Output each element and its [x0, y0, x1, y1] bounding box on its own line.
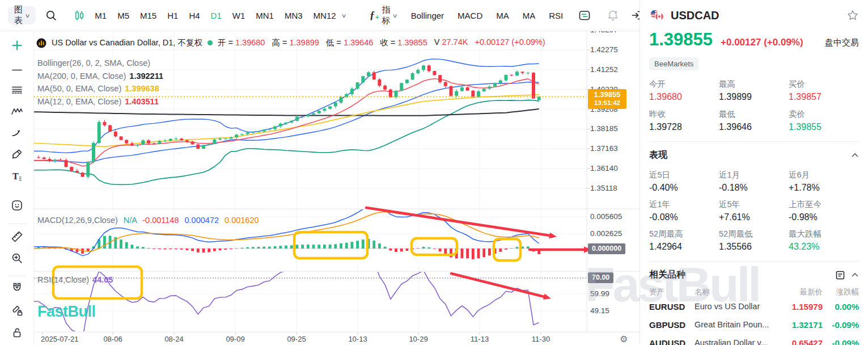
indicator-shortcut-ma-2[interactable]: MA — [496, 11, 509, 20]
performance-cell: 上市至今-0.98% — [789, 199, 859, 223]
divider — [649, 261, 859, 262]
pattern-tool-icon[interactable] — [10, 104, 24, 119]
timeframes-more-chevron-icon[interactable]: ∨ — [341, 12, 346, 19]
price-axis-label: 1.36140 — [590, 164, 618, 172]
ohlc-field: 低 = 1.39646 — [326, 37, 373, 48]
quote-sidebar: USDCAD 1.39855 +0.00127 (+0.09%) 盘中交易 Be… — [640, 0, 868, 345]
indicator-shortcut-rsi[interactable]: RSI — [549, 11, 563, 20]
top-toolbar: 图表∨ M1M5M15H1H4D1W1MN1MN3MN12 ∨ ƒ+ 指标∨ B… — [0, 0, 640, 31]
time-axis-label: 10-13 — [348, 335, 367, 343]
rsi-axis-label: 49.15 — [590, 306, 609, 315]
lock-tool-icon[interactable] — [10, 325, 24, 340]
related-column-header: 资产 — [649, 287, 695, 297]
timeframe-m15[interactable]: M15 — [140, 11, 156, 20]
related-symbol-row-audusd[interactable]: AUDUSDAustralian Dollar v...0.65427-0.09… — [649, 334, 859, 345]
search-button[interactable] — [45, 6, 57, 25]
timeframe-mn1[interactable]: MN1 — [256, 11, 274, 20]
performance-cell: 52周最高1.42964 — [649, 229, 719, 253]
price-axis-label: 1.38185 — [590, 124, 618, 133]
related-column-header: 涨跌幅 — [823, 287, 859, 297]
status-dot — [208, 40, 213, 45]
performance-cell: 52周最低1.35566 — [719, 229, 789, 253]
gear-icon[interactable]: ⚙ — [620, 334, 628, 344]
performance-cell: 近5年+7.61% — [719, 199, 789, 223]
quote-cell: 卖价1.39855 — [789, 109, 859, 133]
symbol-title: USDCAD — [671, 9, 846, 22]
fastbull-logo-watermark: FastBull — [37, 303, 96, 321]
legend-rsi: RSI(14,Close)44.05 — [37, 275, 113, 284]
list-icon[interactable] — [835, 270, 845, 280]
search-icon — [45, 9, 57, 22]
time-axis-label: 09-25 — [287, 335, 306, 343]
ruler-tool-icon[interactable] — [10, 229, 24, 244]
indicator-shortcut-bollinger[interactable]: Bollinger — [411, 11, 444, 20]
quote-cell: 买价1.39857 — [789, 79, 859, 103]
paint-lock-tool-icon[interactable] — [10, 303, 24, 318]
emoji-sticker-tool-icon[interactable] — [10, 198, 24, 213]
time-axis-label: 08-06 — [103, 335, 122, 343]
alert-bell-icon — [606, 9, 620, 22]
related-symbol-row-eurusd[interactable]: EURUSDEuro vs US Dollar1.159790.00% — [649, 297, 859, 315]
time-axis-label: 09-09 — [226, 335, 244, 343]
related-title: 相关品种 — [649, 269, 685, 281]
performance-cell: 近5日-0.40% — [649, 170, 719, 193]
alert-bell-button[interactable] — [606, 6, 620, 25]
trend-line-tool-icon[interactable] — [10, 61, 24, 76]
time-axis-label: 08-24 — [164, 335, 183, 343]
timeframe-mn12[interactable]: MN12 — [314, 11, 336, 20]
svg-text:T: T — [12, 171, 19, 181]
chevron-down-icon: ∨ — [25, 12, 31, 19]
timeframe-mn3[interactable]: MN3 — [285, 11, 303, 20]
ohlc-field: 收 = 1.39855 — [380, 37, 427, 48]
last-price: 1.39855 — [649, 30, 713, 50]
zoom-in-tool-icon[interactable] — [10, 251, 24, 266]
text-tool-icon[interactable]: T — [10, 169, 24, 183]
macd-axis-label: 0.002625 — [590, 229, 622, 238]
legend-ma12: MA(12, 0, EMA, Close)1.403511 — [37, 97, 159, 106]
performance-cell: 近1年-0.08% — [649, 199, 719, 223]
legend-macd: MACD(12,26,9,Close) N/A -0.001148 0.0004… — [37, 216, 259, 225]
chevron-up-icon[interactable] — [851, 153, 859, 158]
legend-ma50: MA(50, 0, EMA, Close)1.399638 — [37, 84, 159, 93]
price-axis-label: 1.35118 — [590, 184, 617, 192]
crosshair-plus-tool-icon[interactable] — [10, 38, 24, 53]
chart-menu-button[interactable]: 图表∨ — [8, 6, 36, 24]
performance-cell: 近6月+1.78% — [789, 170, 859, 193]
candle-style-button[interactable] — [73, 6, 86, 25]
indicator-shortcut-macd[interactable]: MACD — [458, 11, 482, 20]
broker-badge: BeeMarkets — [649, 57, 698, 70]
layout-panels-button[interactable] — [578, 6, 591, 25]
magnet-tool-icon[interactable] — [10, 280, 24, 295]
quote-cell: 最高1.39899 — [719, 79, 789, 103]
chevron-down-icon: ∨ — [392, 12, 398, 19]
layout-panels-icon — [578, 9, 591, 22]
legend-ma200: MA(200, 0, EMA, Close)1.392211 — [37, 71, 163, 81]
timeframe-d1[interactable]: D1 — [211, 11, 222, 20]
timeframe-h1[interactable]: H1 — [167, 11, 178, 20]
chevron-up-icon[interactable] — [851, 272, 859, 277]
timeframe-m5[interactable]: M5 — [117, 11, 129, 20]
divider — [8, 276, 26, 276]
rsi-level-badge: 70.00 — [588, 272, 613, 283]
timeframe-m1[interactable]: M1 — [95, 11, 107, 20]
chart-title: US Dollar vs Canadian Dollar, D1, 不复权 — [52, 37, 202, 48]
related-column-header: 最新价 — [777, 287, 823, 297]
volume-field: V 27.74K — [434, 37, 468, 48]
favorite-star-icon[interactable] — [846, 9, 859, 22]
indicators-button[interactable]: ƒ+ 指标∨ — [370, 6, 397, 25]
price-axis-label: 1.37163 — [590, 144, 618, 153]
brush-tool-icon[interactable] — [10, 147, 24, 162]
indicator-shortcut-ma-3[interactable]: MA — [523, 11, 536, 20]
rsi-axis-label: 59.99 — [590, 289, 609, 298]
timeframe-selector: M1M5M15H1H4D1W1MN1MN3MN12 — [95, 11, 336, 20]
channel-lines-tool-icon[interactable] — [10, 82, 24, 97]
indicator-shortcuts: BollingerMACDMAMARSI — [411, 11, 564, 20]
timeframe-w1[interactable]: W1 — [232, 11, 245, 20]
related-symbol-row-gbpusd[interactable]: GBPUSDGreat Britain Poun...1.32171-0.09% — [649, 315, 859, 334]
timeframe-h4[interactable]: H4 — [189, 11, 200, 20]
performance-title: 表现 — [649, 149, 667, 161]
related-section-header: 相关品种 — [649, 269, 859, 281]
arrow-curve-tool-icon[interactable] — [10, 125, 24, 140]
price-axis-label: 1.41252 — [590, 65, 618, 74]
candlestick-icon — [73, 9, 86, 22]
